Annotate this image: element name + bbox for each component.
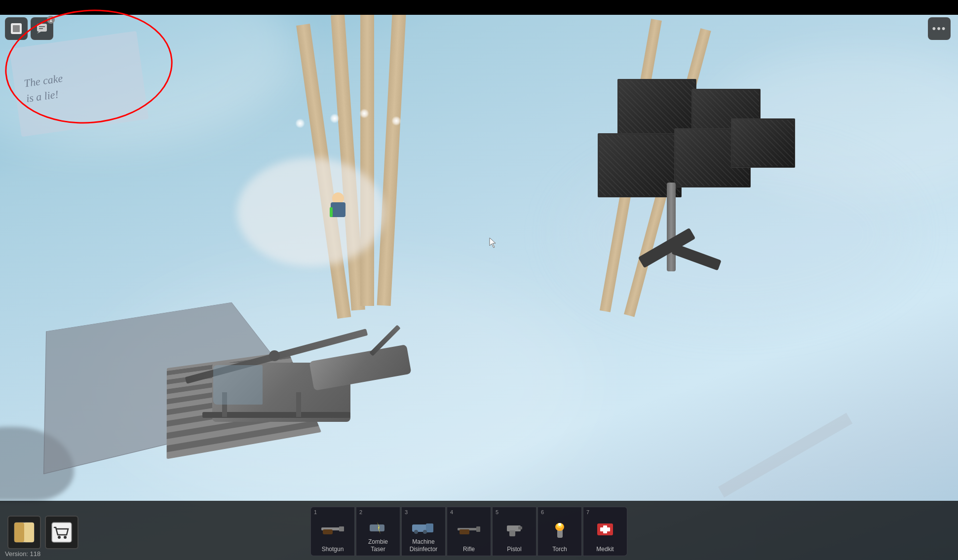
note-paper: The cake is a lie! [9, 31, 149, 137]
version-label: Version: 118 [5, 550, 40, 558]
slot-label-7: Medkit [596, 546, 613, 553]
svg-rect-21 [460, 529, 469, 534]
shop-button[interactable] [45, 516, 78, 549]
slot-number-5: 5 [496, 509, 498, 515]
slot-number-4: 4 [450, 509, 453, 515]
slot-number-1: 1 [314, 509, 317, 515]
slot-label-2: Zombie Taser [368, 538, 388, 553]
glow-light [295, 118, 305, 128]
health-indicator [330, 207, 333, 217]
disinfector-icon [411, 520, 436, 537]
roblox-menu-button[interactable] [5, 17, 28, 40]
game-viewport: The cake is a lie! 1 ••• [0, 0, 958, 560]
dark-structure [598, 79, 785, 257]
player-character [326, 192, 350, 232]
slot-icon-2 [363, 518, 393, 538]
slot-icon-7 [590, 518, 620, 540]
slot-icon-3 [409, 518, 438, 538]
svg-marker-3 [37, 32, 41, 34]
roblox-icon [10, 22, 23, 35]
svg-rect-7 [14, 523, 24, 542]
hotbar-slot-3[interactable]: 3 Machine Disinfector [401, 507, 446, 556]
support-column [377, 9, 406, 306]
torch-icon [551, 520, 569, 539]
cockpit-glass [213, 365, 263, 405]
top-bar [0, 0, 958, 15]
svg-point-11 [64, 536, 67, 539]
hotbar: 1 Shotgun 2 [310, 505, 627, 556]
landing-strut [296, 392, 301, 417]
svg-point-10 [58, 536, 61, 539]
slot-number-3: 3 [405, 509, 408, 515]
inventory-button[interactable] [7, 516, 41, 549]
bottom-bar: 1 Shotgun 2 [0, 501, 958, 560]
support-column [360, 10, 374, 306]
svg-rect-2 [37, 24, 47, 32]
slot-icon-5 [499, 518, 529, 540]
circular-base [237, 158, 385, 266]
chat-badge: 1 [47, 16, 55, 24]
slot-label-6: Torch [552, 546, 567, 553]
rotor-hub [269, 350, 280, 361]
inventory-icon [12, 520, 37, 545]
slot-label-4: Rifle [463, 546, 475, 553]
slot-icon-4 [454, 518, 484, 540]
slot-label-3: Machine Disinfector [410, 538, 438, 553]
heli-tail [309, 344, 411, 391]
pistol-icon [504, 521, 524, 538]
glow-light [391, 116, 401, 126]
slot-number-6: 6 [541, 509, 544, 515]
dark-block [731, 118, 795, 168]
slot-number-7: 7 [586, 509, 589, 515]
hotbar-slot-6[interactable]: 6 Torch [537, 507, 582, 556]
svg-rect-14 [323, 529, 333, 534]
chat-icon [36, 23, 48, 35]
svg-rect-17 [426, 523, 433, 532]
hotbar-slot-7[interactable]: 7 Medkit [583, 507, 627, 556]
hotbar-slot-2[interactable]: 2 Zombie Taser [356, 507, 400, 556]
slot-label-5: Pistol [507, 546, 521, 553]
svg-point-19 [423, 530, 427, 534]
svg-rect-24 [509, 530, 515, 536]
version-text: Version: 118 [5, 550, 40, 558]
slot-number-2: 2 [359, 509, 362, 515]
svg-rect-25 [518, 526, 522, 529]
support-ramp [718, 413, 852, 498]
svg-rect-22 [476, 526, 480, 532]
metal-pole [667, 183, 676, 271]
hotbar-slot-1[interactable]: 1 Shotgun [310, 507, 355, 556]
svg-point-29 [558, 523, 561, 526]
slot-label-1: Shotgun [322, 546, 344, 553]
hotbar-slot-4[interactable]: 4 Rifle [447, 507, 491, 556]
svg-rect-13 [339, 526, 344, 531]
svg-rect-15 [370, 524, 384, 531]
glow-light [330, 113, 340, 123]
hotbar-slot-5[interactable]: 5 Pistol [492, 507, 536, 556]
svg-rect-32 [600, 527, 610, 531]
shotgun-icon [320, 521, 345, 538]
svg-rect-8 [24, 523, 34, 542]
top-left-controls: 1 [5, 17, 53, 40]
svg-rect-9 [52, 523, 72, 542]
slot-icon-1 [318, 518, 347, 540]
slot-icon-6 [545, 518, 575, 540]
menu-icon: ••• [932, 22, 946, 35]
taser-icon [367, 520, 389, 537]
svg-point-18 [414, 530, 418, 534]
glow-light [359, 109, 369, 118]
menu-button[interactable]: ••• [928, 17, 951, 40]
top-right-menu: ••• [928, 17, 951, 40]
helicopter [173, 289, 420, 511]
medkit-icon [595, 521, 615, 538]
shop-icon [49, 520, 74, 545]
claw-arm [671, 244, 721, 271]
svg-rect-1 [13, 25, 20, 32]
rifle-icon [457, 521, 481, 538]
char-body [331, 202, 345, 217]
chat-button[interactable]: 1 [31, 17, 53, 40]
